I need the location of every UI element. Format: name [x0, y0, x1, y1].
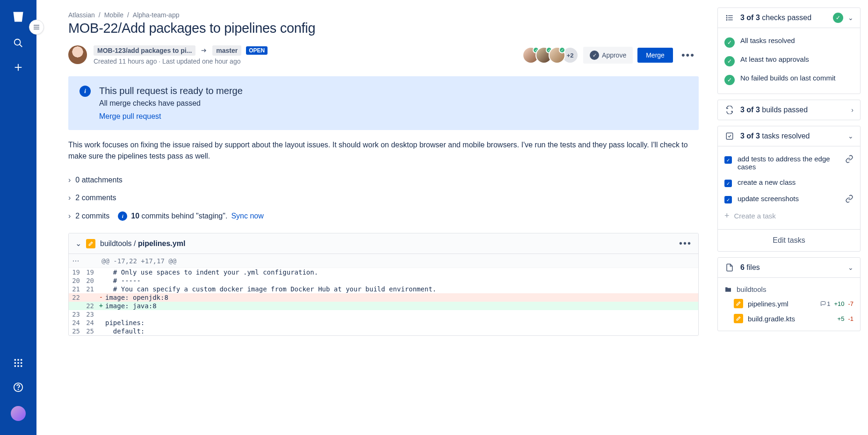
diff-line: 2424 pipelines: — [69, 319, 698, 327]
diff-line: 2323 — [69, 310, 698, 319]
diff-hunk-header: ··· @@ -17,22 +17,17 @@ — [69, 254, 698, 268]
svg-rect-7 — [14, 362, 16, 363]
merge-button[interactable]: Merge — [637, 48, 673, 63]
svg-rect-9 — [21, 362, 22, 363]
builds-icon — [724, 105, 735, 115]
svg-rect-5 — [17, 359, 19, 361]
svg-point-23 — [726, 17, 727, 18]
create-task-input[interactable]: + Create a task — [724, 207, 854, 225]
merge-ready-banner: i This pull request is ready to merge Al… — [68, 76, 699, 130]
tasks-card-header[interactable]: 3 of 3 tasks resolved ⌄ — [718, 126, 860, 146]
chevron-down-icon: ⌄ — [848, 132, 854, 140]
target-branch-chip[interactable]: master — [212, 45, 241, 56]
chevron-down-icon: ⌄ — [848, 264, 854, 271]
task-item: ✓create a new class — [724, 174, 854, 191]
plus-icon: + — [724, 211, 730, 221]
svg-rect-25 — [726, 133, 733, 139]
builds-card: 3 of 3 builds passed › — [717, 100, 861, 120]
info-icon: i — [118, 211, 127, 221]
modified-badge-icon — [86, 239, 95, 248]
svg-point-22 — [726, 15, 727, 16]
task-item: ✓update screenshots — [724, 191, 854, 207]
sync-now-link[interactable]: Sync now — [231, 212, 263, 220]
breadcrumb-repo[interactable]: Alpha-team-app — [133, 11, 180, 19]
modified-badge-icon — [734, 299, 743, 308]
chevron-down-icon: ⌄ — [848, 14, 854, 22]
attachments-section[interactable]: › 0 attachments — [68, 171, 699, 189]
commits-section[interactable]: › 2 commits i 10 commits behind "staging… — [68, 207, 699, 225]
info-icon: i — [80, 86, 91, 97]
check-item: ✓At least two approvals — [724, 51, 854, 70]
edit-tasks-button[interactable]: Edit tasks — [718, 229, 860, 251]
folder-row[interactable]: buildtools — [724, 283, 854, 296]
merge-pull-request-link[interactable]: Merge pull request — [99, 112, 161, 120]
checkbox-checked-icon[interactable]: ✓ — [724, 180, 732, 187]
diff-line: 2525 default: — [69, 327, 698, 335]
approve-button[interactable]: ✓ Approve — [583, 47, 633, 64]
search-icon[interactable] — [13, 37, 24, 49]
page-title: MOB-22/Add packages to pipelines config — [68, 21, 699, 36]
author-avatar[interactable] — [68, 45, 87, 64]
expand-icon[interactable]: ··· — [69, 254, 83, 268]
svg-rect-4 — [14, 359, 16, 361]
svg-rect-12 — [21, 365, 22, 367]
dots-icon: ••• — [681, 49, 695, 61]
reviewer-avatar[interactable]: ✓ — [549, 47, 565, 64]
files-card-header[interactable]: 6 files ⌄ — [718, 258, 860, 277]
svg-point-24 — [726, 20, 727, 21]
checkbox-checked-icon[interactable]: ✓ — [724, 196, 732, 203]
diff-line: 1919 # Only use spaces to indent your .y… — [69, 268, 698, 276]
pr-description: This work focuses on fixing the issue ra… — [68, 139, 699, 162]
check-item: ✓No failed builds on last commit — [724, 70, 854, 89]
tasks-card: 3 of 3 tasks resolved ⌄ ✓add tests to ad… — [717, 126, 861, 252]
diff-line: 2020 # ----- — [69, 276, 698, 285]
sidebar-toggle[interactable] — [29, 20, 44, 35]
file-list-item[interactable]: pipelines.yml1+10-7 — [724, 296, 854, 311]
svg-point-14 — [18, 389, 19, 390]
chevron-down-icon[interactable]: ⌄ — [75, 239, 81, 248]
help-icon[interactable] — [13, 382, 24, 393]
checkbox-checked-icon[interactable]: ✓ — [724, 156, 732, 164]
plus-icon[interactable] — [13, 62, 24, 73]
file-list-item[interactable]: build.gradle.kts+5-1 — [724, 311, 854, 326]
status-badge: OPEN — [246, 46, 268, 55]
diff-line: 22+image: java:8 — [69, 302, 698, 310]
chevron-right-icon: › — [68, 176, 71, 184]
comments-section[interactable]: › 2 comments — [68, 189, 699, 207]
builds-card-header[interactable]: 3 of 3 builds passed › — [718, 100, 860, 120]
source-branch-chip[interactable]: MOB-123/add packages to pi... — [94, 45, 195, 56]
tasks-icon — [724, 131, 735, 141]
folder-icon — [724, 286, 732, 293]
success-icon: ✓ — [833, 13, 843, 23]
chevron-right-icon: › — [68, 194, 71, 202]
more-actions-button[interactable]: ••• — [678, 45, 699, 65]
breadcrumb-org[interactable]: Atlassian — [68, 11, 95, 19]
checks-card-header[interactable]: 3 of 3 checks passed ✓ ⌄ — [718, 8, 860, 28]
chevron-right-icon: › — [851, 106, 854, 114]
check-icon: ✓ — [590, 51, 599, 60]
diff-line: 2121 # You can specify a custom docker i… — [69, 285, 698, 293]
bitbucket-logo[interactable] — [11, 9, 26, 24]
svg-rect-8 — [17, 362, 19, 363]
chevron-right-icon: › — [68, 212, 71, 220]
svg-line-1 — [20, 44, 22, 47]
breadcrumb: Atlassian / Mobile / Alpha-team-app — [68, 11, 699, 19]
file-diff-card: ⌄ buildtools / pipelines.yml ••• ··· @@ … — [68, 233, 699, 336]
svg-point-0 — [14, 39, 21, 45]
breadcrumb-project[interactable]: Mobile — [104, 11, 123, 19]
check-item: ✓All tasks resolved — [724, 33, 854, 51]
arrow-right-icon — [200, 47, 208, 54]
file-more-button[interactable]: ••• — [679, 238, 692, 249]
success-icon: ✓ — [724, 56, 735, 66]
pr-meta: Created 11 hours ago · Last updated one … — [94, 58, 268, 65]
banner-title: This pull request is ready to merge — [99, 86, 243, 96]
user-avatar[interactable] — [11, 406, 26, 421]
link-icon[interactable] — [845, 155, 854, 163]
success-icon: ✓ — [724, 37, 735, 48]
modified-badge-icon — [734, 314, 743, 323]
apps-icon[interactable] — [13, 357, 24, 369]
link-icon[interactable] — [845, 195, 854, 203]
file-path[interactable]: buildtools / pipelines.yml — [100, 239, 185, 248]
diff-line: 22-image: openjdk:8 — [69, 293, 698, 302]
checks-card: 3 of 3 checks passed ✓ ⌄ ✓All tasks reso… — [717, 7, 861, 94]
